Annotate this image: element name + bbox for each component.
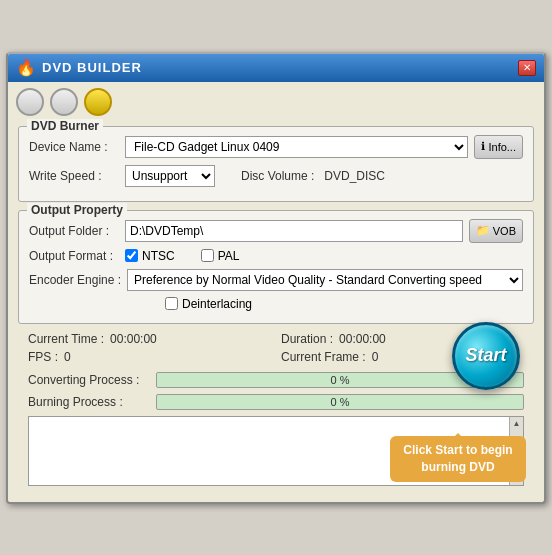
ntsc-checkbox[interactable] (125, 249, 138, 262)
app-title: DVD BUILDER (42, 60, 142, 75)
deinterlacing-checkbox[interactable] (165, 297, 178, 310)
start-button[interactable]: Start (452, 322, 520, 390)
restore-button[interactable] (84, 88, 112, 116)
current-time-row: Current Time : 00:00:00 (28, 332, 271, 346)
scroll-up-arrow[interactable]: ▲ (513, 419, 521, 428)
output-format-row: Output Format : NTSC PAL (29, 249, 523, 263)
device-name-row: Device Name : File-CD Gadget Linux 0409 … (29, 135, 523, 159)
output-property-group: Output Property Output Folder : 📁 VOB Ou… (18, 210, 534, 324)
ntsc-label: NTSC (142, 249, 175, 263)
deinterlacing-label: Deinterlacing (182, 297, 252, 311)
start-tooltip: Click Start to begin burning DVD (390, 436, 526, 482)
dvd-burner-group: DVD Burner Device Name : File-CD Gadget … (18, 126, 534, 202)
maximize-button[interactable] (50, 88, 78, 116)
encoder-engine-label: Encoder Engine : (29, 273, 121, 287)
deinterlacing-checkbox-label[interactable]: Deinterlacing (165, 297, 252, 311)
output-folder-input[interactable] (125, 220, 463, 242)
duration-label: Duration : (281, 332, 333, 346)
title-bar: 🔥 DVD BUILDER ✕ (8, 54, 544, 82)
info-icon: ℹ (481, 140, 485, 153)
write-speed-select[interactable]: Unsupport (125, 165, 215, 187)
encoder-engine-select[interactable]: Preference by Normal Video Quality - Sta… (127, 269, 523, 291)
ntsc-checkbox-label[interactable]: NTSC (125, 249, 175, 263)
write-speed-row: Write Speed : Unsupport Disc Volume : DV… (29, 165, 523, 187)
title-bar-left: 🔥 DVD BUILDER (16, 58, 142, 77)
duration-value: 00:00:00 (339, 332, 386, 346)
write-speed-label: Write Speed : (29, 169, 119, 183)
converting-process-label: Converting Process : (28, 373, 148, 387)
folder-icon: 📁 (476, 224, 490, 237)
device-name-label: Device Name : (29, 140, 119, 154)
fps-row: FPS : 0 (28, 350, 271, 364)
disc-volume-label: Disc Volume : (241, 169, 314, 183)
output-folder-row: Output Folder : 📁 VOB (29, 219, 523, 243)
burning-process-row: Burning Process : 0 % (18, 394, 534, 410)
app-icon: 🔥 (16, 58, 36, 77)
window-controls (8, 82, 544, 122)
fps-value: 0 (64, 350, 71, 364)
current-time-label: Current Time : (28, 332, 104, 346)
pal-checkbox-label[interactable]: PAL (201, 249, 240, 263)
disc-volume-value: DVD_DISC (324, 169, 385, 183)
minimize-button[interactable] (16, 88, 44, 116)
main-window: 🔥 DVD BUILDER ✕ DVD Burner Device Name :… (6, 52, 546, 504)
close-button[interactable]: ✕ (518, 60, 536, 76)
encoder-engine-row: Encoder Engine : Preference by Normal Vi… (29, 269, 523, 291)
vob-button-label: VOB (493, 225, 516, 237)
output-folder-label: Output Folder : (29, 224, 119, 238)
progress-section: Converting Process : 0 % Burning Process… (18, 372, 534, 410)
pal-label: PAL (218, 249, 240, 263)
vob-button[interactable]: 📁 VOB (469, 219, 523, 243)
start-button-container: Start (452, 322, 520, 390)
deinterlacing-row: Deinterlacing (165, 297, 523, 311)
current-time-value: 00:00:00 (110, 332, 157, 346)
main-content: DVD Burner Device Name : File-CD Gadget … (8, 122, 544, 502)
burning-process-label: Burning Process : (28, 395, 148, 409)
output-property-title: Output Property (27, 203, 127, 217)
dvd-burner-title: DVD Burner (27, 119, 103, 133)
pal-checkbox[interactable] (201, 249, 214, 262)
burning-progress-bar: 0 % (156, 394, 524, 410)
output-format-label: Output Format : (29, 249, 119, 263)
fps-label: FPS : (28, 350, 58, 364)
burning-progress-text: 0 % (157, 395, 523, 409)
current-frame-label: Current Frame : (281, 350, 366, 364)
info-button[interactable]: ℹ Info... (474, 135, 523, 159)
tooltip-text: Click Start to begin burning DVD (403, 443, 512, 474)
current-frame-value: 0 (372, 350, 379, 364)
device-name-select[interactable]: File-CD Gadget Linux 0409 (125, 136, 468, 158)
info-button-label: Info... (488, 141, 516, 153)
